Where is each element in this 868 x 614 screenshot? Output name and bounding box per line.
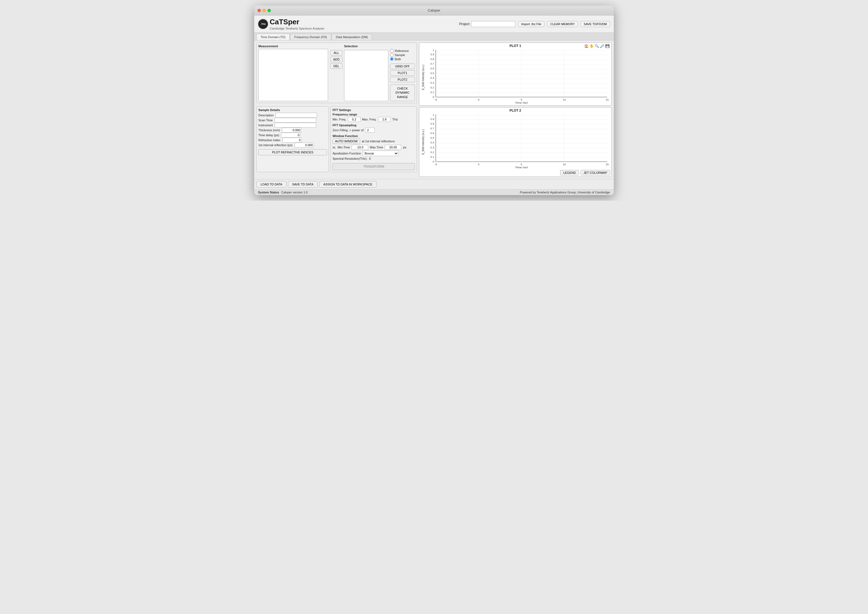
thickness-input[interactable] [282,128,301,133]
svg-text:0.2: 0.2 [430,86,434,89]
transform-button[interactable]: TRANSFORM [333,163,415,170]
internal-reflection-input[interactable] [295,143,314,147]
project-area: Project [459,21,515,27]
selection-title: Selection [344,45,388,48]
minimize-button[interactable] [263,9,266,12]
measurement-area: Measurement ALL ADD DEL [258,45,342,101]
svg-text:E_field intensity (a.u.): E_field intensity (a.u.) [422,129,425,155]
grid-off-button[interactable]: GRID OFF [390,64,415,69]
radio-group: Reference Sample Both [390,49,415,61]
svg-text:0.1: 0.1 [430,156,434,158]
svg-text:Time (ps): Time (ps) [515,101,528,104]
right-panel: PLOT 1 🏠 ✋ 🔍 🔎 💾 0 0.1 0.2 [419,43,611,177]
status-label: System Status [258,191,279,194]
plot2-container: PLOT 2 0 0.1 0.2 0.3 0.4 0.5 0.6 0.7 0.8 [419,107,611,177]
instrument-input[interactable] [275,123,316,128]
window-title: Catsper [428,8,440,12]
tab-bar: Time Domain (TD) Frequency Domain (FD) D… [254,33,614,40]
bottom-left-panels: Sample Details Description Scan Time Ins… [257,106,417,172]
save-plot-icon[interactable]: 💾 [605,44,610,48]
radio-reference[interactable]: Reference [390,49,415,53]
all-button[interactable]: ALL [330,50,342,56]
selection-list[interactable] [344,50,388,101]
tab-frequency-domain[interactable]: Frequency Domain (FD) [290,34,331,40]
footer-text: Powered by Terahertz Applications Group,… [520,191,610,194]
main-content: Measurement ALL ADD DEL Selection [254,40,614,179]
bottom-buttons-bar: LOAD TD DATA SAVE TD DATA ASSIGN TD DATA… [254,179,614,189]
save-td-button[interactable]: SAVE TD DATA [288,181,317,188]
svg-text:1: 1 [432,113,434,116]
max-freq-input[interactable] [378,117,390,122]
plot1-title: PLOT 1 [420,44,610,48]
svg-text:0.7: 0.7 [430,63,434,65]
home-icon[interactable]: 🏠 [584,44,589,48]
internal-reflection-row: 1st internal reflection (ps) [258,143,327,147]
add-button[interactable]: ADD [330,57,342,62]
svg-text:0.8: 0.8 [430,58,434,60]
project-input[interactable] [471,21,515,27]
import-file-button[interactable]: Import .thz File [518,21,544,27]
thickness-row: Thickness (mm) [258,128,327,133]
traffic-lights [258,9,271,12]
save-td-fd-dm-button[interactable]: SAVE TD/FD/DM [580,21,610,27]
svg-text:0.6: 0.6 [430,67,434,70]
svg-text:0.5: 0.5 [430,137,434,139]
pan-icon[interactable]: ✋ [590,44,594,48]
close-button[interactable] [258,9,261,12]
svg-text:0.9: 0.9 [430,118,434,120]
description-input[interactable] [275,113,317,118]
jet-colormap-button[interactable]: JET COLORMAP [580,170,610,175]
svg-text:0: 0 [432,161,434,163]
instrument-row: Instrument [258,123,327,128]
svg-text:0.6: 0.6 [430,132,434,135]
plot1-button[interactable]: PLOT1 [390,70,415,76]
svg-text:0.7: 0.7 [430,127,434,130]
svg-text:Time (ps): Time (ps) [515,166,528,168]
radio-sample[interactable]: Sample [390,53,415,57]
app-header: .THz CaTSper Cambridge Terahertz Spectru… [254,16,614,33]
svg-text:0.4: 0.4 [430,77,434,79]
logo-area: .THz CaTSper Cambridge Terahertz Spectru… [258,18,325,30]
plot-refractive-indices-button[interactable]: PLOT REFRACTIVE INDICES [258,149,327,155]
apodization-select[interactable]: Boxcar Hann Hamming Blackman [362,150,398,156]
svg-text:0: 0 [432,96,434,98]
auto-window-button[interactable]: AUTO WINDOW [333,138,360,144]
plot2-legend-area: LEGEND JET COLORMAP [420,170,610,175]
tab-time-domain[interactable]: Time Domain (TD) [257,34,289,40]
load-td-button[interactable]: LOAD TD DATA [257,181,286,188]
project-label: Project [459,22,470,26]
fft-settings-panel: FFT Settings Frequency range Min. Freq. … [331,106,417,172]
clear-memory-button[interactable]: CLEAR MEMORY [547,21,578,27]
scan-time-input[interactable] [275,118,316,123]
left-panel: Measurement ALL ADD DEL Selection [257,43,417,177]
selection-controls: x Reference Sample [390,45,415,101]
zoom-icon[interactable]: 🔍 [595,44,599,48]
main-window: Catsper .THz CaTSper Cambridge Terahertz… [254,6,614,195]
measurement-list[interactable] [258,49,328,101]
measurement-buttons: ALL ADD DEL [330,49,342,101]
top-panel: Measurement ALL ADD DEL Selection [257,43,417,103]
svg-text:0.2: 0.2 [430,151,434,154]
check-dynamic-range-button[interactable]: CHECKDYNAMICRANGE [390,85,415,101]
svg-text:0.9: 0.9 [430,53,434,56]
plot2-button[interactable]: PLOT2 [390,77,415,82]
min-freq-input[interactable] [348,117,361,122]
min-time-input[interactable] [352,145,368,150]
assign-td-button[interactable]: ASSIGN TD DATA IN WORKSPACE [319,181,376,188]
zero-filling-input[interactable] [365,128,375,133]
tab-data-manipulation[interactable]: Data Manipulation (DM) [332,34,372,40]
svg-text:-5: -5 [434,163,437,166]
max-time-input[interactable] [385,145,401,150]
maximize-button[interactable] [268,9,271,12]
svg-text:0.8: 0.8 [430,123,434,125]
plot1-toolbar: 🏠 ✋ 🔍 🔎 💾 [584,44,610,48]
legend-button[interactable]: LEGEND [560,170,579,175]
del-button[interactable]: DEL [330,63,342,69]
radio-both[interactable]: Both [390,57,415,61]
refractive-index-input[interactable] [282,138,302,143]
svg-text:5: 5 [521,163,522,166]
time-delay-input[interactable] [281,133,300,138]
description-row: Description [258,113,327,118]
zoom-out-icon[interactable]: 🔎 [600,44,604,48]
plot1-container: PLOT 1 🏠 ✋ 🔍 🔎 💾 0 0.1 0.2 [419,43,611,105]
